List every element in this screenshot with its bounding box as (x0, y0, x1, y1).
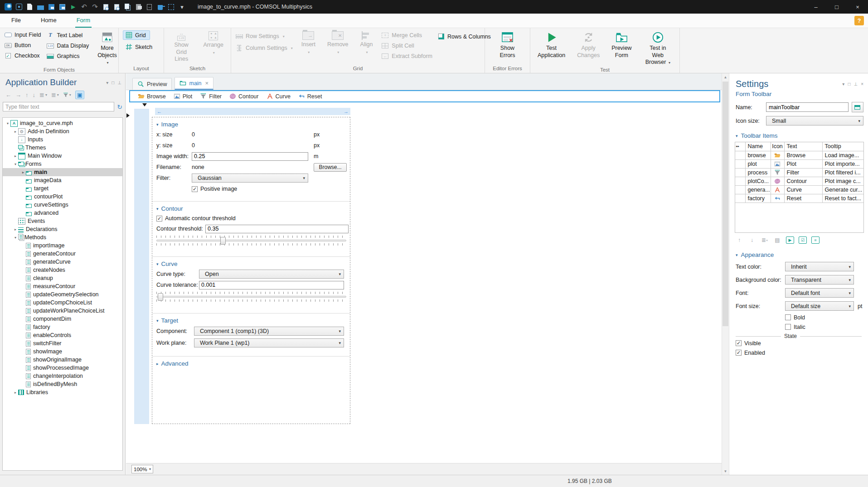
tree-item[interactable]: showImage (3, 347, 122, 356)
minimize-button[interactable]: – (805, 0, 826, 14)
section-header-image[interactable]: ▾Image (152, 117, 350, 129)
form-toolbar-selected[interactable]: Browse Plot Filter Contour (129, 90, 720, 102)
background-color-combo[interactable]: Transparent▾ (785, 275, 854, 284)
tree-item[interactable]: Inputs (3, 135, 122, 144)
image-width-input[interactable] (192, 152, 308, 161)
qat-10-icon[interactable] (113, 3, 121, 11)
slider-thumb[interactable] (158, 293, 163, 301)
tree-item[interactable]: target (3, 184, 122, 193)
tab-home[interactable]: Home (39, 14, 58, 28)
tree-filter-input[interactable] (3, 102, 114, 111)
tab-file[interactable]: File (10, 14, 22, 28)
component-combo[interactable]: Component 1 (comp1) (3D)▾ (194, 327, 344, 336)
contour[interactable]: Contour (229, 93, 258, 100)
curve-tolerance-slider[interactable] (156, 292, 346, 302)
grid-column-marker[interactable] (142, 103, 147, 106)
add-toggle-item-button[interactable]: ☑ (799, 236, 807, 244)
tree-filter-icon[interactable]: ▾ (63, 92, 71, 98)
grid-mode-button[interactable]: Grid (123, 30, 150, 40)
tree-item[interactable]: importImage (3, 241, 122, 250)
form-design-area[interactable]: ▾Image x: size0px y: size0px Image width… (152, 117, 350, 424)
toolbar-item-row[interactable]: factory Reset Reset to fact... (735, 194, 863, 203)
preview-form-button[interactable]: Preview Form (608, 30, 635, 60)
tree-expander[interactable]: ▸ (13, 130, 18, 134)
edit-item-button[interactable]: ▤ (773, 236, 781, 244)
checkbox-object-button[interactable]: Checkbox (4, 53, 41, 59)
tree-item[interactable]: cleanup (3, 274, 122, 282)
tree-item[interactable]: switchFilter (3, 339, 122, 347)
qat-3-icon[interactable] (37, 3, 44, 11)
move-up-button[interactable]: ↑ (735, 236, 743, 244)
bold-checkbox[interactable] (785, 314, 791, 320)
qat-1-icon[interactable] (15, 3, 23, 11)
tree-item[interactable]: advanced (3, 209, 122, 217)
settings-pin-icon[interactable]: ⊥ (853, 82, 858, 87)
qat-5-icon[interactable] (58, 3, 66, 11)
tree-item[interactable]: measureContour (3, 282, 122, 290)
tree-item[interactable]: generateCurve (3, 258, 122, 266)
tree-expander[interactable]: ▸ (13, 154, 18, 158)
tree-item[interactable]: ▾ Methods (3, 233, 122, 241)
maximize-button[interactable]: □ (826, 0, 847, 14)
tree-expander[interactable]: ▾ (5, 121, 10, 125)
tree-item[interactable]: componentDim (3, 315, 122, 323)
panel-float-icon[interactable]: □ (112, 80, 114, 85)
toolbar-items-section-header[interactable]: ▾Toolbar Items (729, 127, 868, 141)
enabled-checkbox[interactable] (736, 350, 742, 356)
italic-checkbox[interactable] (785, 324, 791, 330)
curve-type-combo[interactable]: Open▾ (199, 270, 344, 279)
section-header-contour[interactable]: ▾Contour (152, 202, 350, 213)
toolbar-item-row[interactable]: plotCo... Contour Plot image c... (735, 177, 863, 185)
qat-6-icon[interactable] (69, 3, 77, 11)
help-icon[interactable]: ? (854, 16, 864, 25)
qat-14-icon[interactable] (156, 3, 164, 11)
qat-2-icon[interactable] (26, 3, 34, 11)
scroll-up-icon[interactable]: ▲ (722, 73, 729, 81)
tree-expander[interactable]: ▾ (13, 162, 18, 166)
grid-column-width-indicator[interactable]: ←→ (155, 108, 350, 115)
tree-expander[interactable]: ▾ (13, 236, 18, 240)
panel-pin-icon[interactable]: ⊥ (117, 80, 121, 85)
qat-8-icon[interactable] (91, 3, 99, 11)
section-header-target[interactable]: ▾Target (152, 313, 350, 325)
refresh-icon[interactable]: ↻ (117, 103, 122, 111)
toolbar-item-row[interactable]: genera... Curve Generate cur... (735, 185, 863, 194)
qat-13-icon[interactable] (145, 3, 153, 11)
tree-item[interactable]: Events (3, 217, 122, 225)
browse[interactable]: Browse (138, 93, 166, 100)
data-display-button[interactable]: Data Display (46, 43, 89, 49)
appearance-section-header[interactable]: ▾Appearance (729, 246, 868, 260)
curve[interactable]: Curve (267, 93, 291, 100)
expand-all-icon[interactable]: ≣▾ (51, 92, 59, 98)
rename-form-button[interactable] (852, 102, 863, 112)
tree-item[interactable]: ▸ Add-in Definition (3, 127, 122, 135)
delete-item-button[interactable]: ≣× (761, 236, 769, 244)
table-expander-column[interactable]: ▸▸ (735, 142, 745, 151)
qat-11-icon[interactable] (124, 3, 131, 11)
show-settings-toggle-icon[interactable]: ▣ (75, 91, 84, 99)
rows-columns-button[interactable]: Rows & Columns (438, 30, 491, 40)
plot[interactable]: Plot (174, 93, 193, 100)
slider-thumb[interactable] (220, 237, 226, 245)
tree-item[interactable]: contourPlot (3, 193, 122, 201)
tree-item[interactable]: curveSettings (3, 201, 122, 209)
positive-image-checkbox[interactable] (192, 186, 198, 192)
show-errors-button[interactable]: Show Errors (489, 30, 526, 60)
font-size-combo[interactable]: Default size▾ (785, 301, 854, 311)
test-in-web-browser-button[interactable]: Test in Web Browser ▾ (640, 30, 675, 67)
add-separator-button[interactable]: ≡ (811, 236, 820, 244)
qat-4-icon[interactable] (48, 3, 55, 11)
qat-16-icon[interactable] (178, 3, 186, 11)
tree-item[interactable]: showProcessedImage (3, 364, 122, 372)
tree-item[interactable]: ▸ main (3, 168, 122, 176)
qat-7-icon[interactable] (80, 3, 88, 11)
tree-item[interactable]: ▾ image_to_curve.mph (3, 119, 122, 127)
tab-main[interactable]: main × (175, 77, 213, 90)
reset[interactable]: Reset (298, 93, 322, 100)
toolbar-item-row[interactable]: process Filter Plot filtered i... (735, 168, 863, 177)
tree-item[interactable]: factory (3, 323, 122, 331)
form-canvas[interactable]: ←→ ▾Image x: size0px y: size0px Image wi… (126, 103, 722, 463)
toolbar-item-row[interactable]: browse Browse Load image... (735, 151, 863, 159)
name-input[interactable] (766, 102, 849, 112)
grid-row-gutter[interactable] (134, 109, 149, 424)
